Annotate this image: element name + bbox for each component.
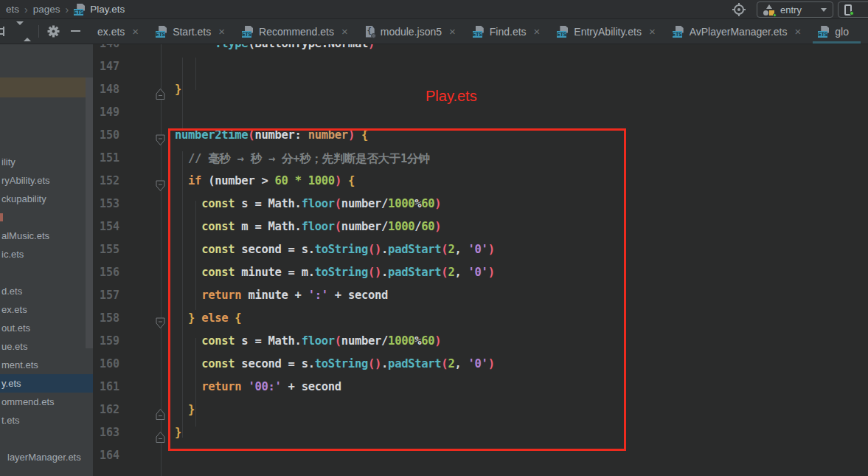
tree-item-label: y.ets (1, 378, 21, 389)
ets-file-icon: ETS (242, 26, 254, 38)
tab-close-icon[interactable]: × (795, 25, 802, 38)
breadcrumb-item[interactable]: pages (33, 4, 60, 15)
tab-find-ets[interactable]: ETSFind.ets× (465, 19, 549, 44)
tab-label: Find.ets (490, 26, 527, 38)
line-number: 150 (93, 128, 119, 151)
tab-avplayermanager-ets[interactable]: ETSAvPlayerManager.ets× (664, 19, 810, 44)
tree-item-label: alMusic.ets (1, 230, 49, 241)
project-sidebar: ilityryAbility.etsckupabilityalMusic.ets… (0, 44, 93, 476)
tab-module-json5[interactable]: {module.json5× (357, 19, 465, 44)
ide-window: { "topbar": { "breadcrumbs": ["ets", "pa… (0, 0, 868, 476)
tree-item[interactable]: ue.ets (0, 337, 93, 356)
tree-item[interactable]: layerManager.ets (0, 448, 93, 466)
tree-item[interactable]: ckupability (0, 190, 93, 208)
code-line[interactable]: 164 (93, 449, 868, 472)
tree-item[interactable]: alMusic.ets (0, 227, 93, 245)
fold-marker-icon[interactable] (156, 432, 165, 444)
line-number: 153 (93, 197, 119, 220)
line-number: 157 (93, 289, 119, 311)
code-line[interactable]: 146 .type(ButtonType.Normal) (93, 44, 868, 60)
fold-marker-icon[interactable] (156, 409, 165, 421)
tree-item[interactable]: d.ets (0, 282, 93, 300)
breadcrumb-item[interactable]: ets (6, 4, 19, 15)
fold-marker-icon[interactable] (156, 317, 165, 329)
tab-close-icon[interactable]: × (341, 25, 348, 38)
code-text[interactable]: } (175, 83, 181, 106)
run-config-selector[interactable]: entry (757, 1, 833, 18)
settings-gear-icon[interactable] (47, 25, 60, 38)
code-line[interactable]: 147 (93, 60, 868, 83)
tree-item-label: ic.ets (1, 249, 24, 260)
line-number: 158 (93, 311, 119, 334)
tree-item-label: t.ets (1, 415, 20, 426)
ets-badge: ETS (673, 31, 682, 38)
locate-target-icon[interactable] (733, 4, 745, 15)
ets-file-icon: ETS (557, 26, 569, 38)
breadcrumb-separator-icon: › (24, 4, 29, 15)
tree-item[interactable]: ex.ets (0, 300, 93, 319)
device-selector-button[interactable] (838, 1, 868, 18)
module-icon (763, 4, 775, 15)
select-opened-file-icon[interactable] (0, 27, 5, 36)
tree-item[interactable]: ility (0, 153, 93, 171)
chevron-down-icon (821, 8, 827, 12)
tab-close-icon[interactable]: × (534, 25, 541, 38)
breadcrumb-item[interactable]: Play.ets (90, 4, 125, 15)
line-number: 154 (93, 220, 119, 243)
tab-label: ex.ets (97, 26, 125, 38)
tree-item-label: ment.ets (1, 359, 38, 370)
locate-dot (737, 8, 740, 11)
fold-marker-icon[interactable] (156, 134, 165, 146)
breadcrumb-separator-icon: › (64, 4, 69, 15)
ets-file-icon: ETS (673, 26, 684, 38)
ets-file-icon: ETS (74, 4, 86, 15)
ets-badge: ETS (557, 31, 566, 38)
device-online-dot (850, 11, 854, 15)
tab-close-icon[interactable]: × (218, 25, 225, 38)
gear-dot (371, 33, 376, 38)
tab-label: AvPlayerManager.ets (690, 26, 788, 38)
code-line[interactable]: 148} (93, 83, 868, 106)
code-text[interactable]: .type(ButtonType.Normal) (175, 44, 375, 60)
line-number: 148 (93, 83, 119, 106)
tab-close-icon[interactable]: × (132, 25, 139, 38)
tree-item[interactable]: out.ets (0, 319, 93, 337)
tab-entryability-ets[interactable]: ETSEntryAbility.ets× (549, 19, 664, 44)
tab-label: Start.ets (173, 26, 211, 38)
tab-close-icon[interactable]: × (649, 25, 656, 38)
tree-item[interactable]: ic.ets (0, 245, 93, 263)
tab-recommend-ets[interactable]: ETSRecommend.ets× (234, 19, 357, 44)
tree-item[interactable] (0, 208, 93, 227)
top-bar: ets›pages›ETSPlay.ets entry (0, 0, 868, 19)
tab-label: glo (835, 26, 849, 38)
tree-item[interactable]: ment.ets (0, 356, 93, 374)
run-config-label: entry (780, 4, 802, 15)
tree-item-label: ckupability (1, 193, 46, 204)
fold-marker-icon[interactable] (156, 180, 165, 192)
annotation-box (168, 128, 626, 451)
line-number: 162 (93, 403, 119, 426)
tree-item[interactable]: t.ets (0, 411, 93, 430)
tab-glo[interactable]: ETSglo (810, 19, 858, 44)
line-number: 151 (93, 151, 119, 174)
tree-item[interactable]: ommend.ets (0, 393, 93, 411)
tab-label: EntryAbility.ets (574, 26, 642, 38)
breadcrumb: ets›pages›ETSPlay.ets (6, 0, 125, 18)
tab-start-ets[interactable]: ETSStart.ets× (147, 19, 234, 44)
tree-item-label: d.ets (1, 286, 22, 297)
ets-badge: ETS (242, 31, 251, 38)
fold-marker-icon[interactable] (156, 89, 165, 100)
tab-close-icon[interactable]: × (449, 25, 456, 38)
ets-badge: ETS (818, 31, 827, 38)
code-line[interactable]: 149 (93, 106, 868, 128)
line-number: 164 (93, 449, 119, 472)
sidebar-hover-highlight (0, 77, 86, 97)
editor[interactable]: 146 .type(ButtonType.Normal)147148}14915… (93, 44, 868, 476)
collapse-all-icon[interactable] (16, 25, 28, 38)
tree-item[interactable]: ryAbility.ets (0, 171, 93, 190)
tree-item-label: ex.ets (1, 304, 27, 315)
line-number: 159 (93, 334, 119, 357)
hide-panel-icon[interactable] (71, 30, 80, 32)
tab-ex-ets[interactable]: ex.ets× (96, 19, 147, 44)
tree-item[interactable]: y.ets (0, 374, 93, 393)
